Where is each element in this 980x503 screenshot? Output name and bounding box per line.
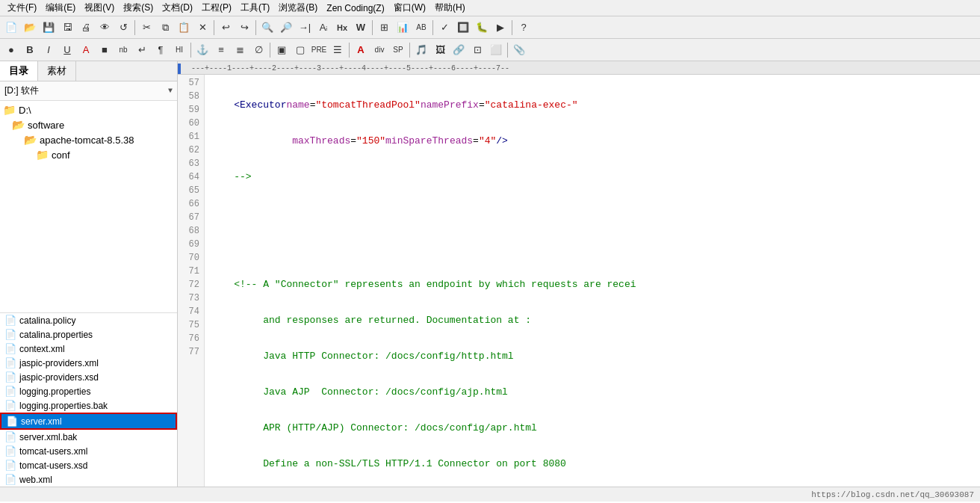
tb-validate[interactable]: 🔲: [454, 19, 472, 37]
tb-letter-a[interactable]: A: [352, 41, 370, 59]
tb-debug[interactable]: 🐛: [473, 19, 491, 37]
tb-frame2[interactable]: ▢: [291, 41, 309, 59]
file-server-bak[interactable]: 📄 server.xml.bak: [0, 430, 177, 444]
code-editor[interactable]: <Executor name="tomcatThreadPool" namePr…: [205, 75, 980, 487]
tb-table[interactable]: ⊞: [375, 19, 393, 37]
file-context-xml[interactable]: 📄 context.xml: [0, 342, 177, 356]
menu-edit[interactable]: 编辑(E): [41, 1, 80, 15]
file-web-xml[interactable]: 📄 web.xml: [0, 472, 177, 487]
menu-search[interactable]: 搜索(S): [119, 1, 158, 15]
tb-nb[interactable]: nb: [114, 41, 132, 59]
file-tomcat-users-xsd[interactable]: 📄 tomcat-users.xsd: [0, 458, 177, 472]
tb-anchor[interactable]: ⚓: [193, 41, 211, 59]
file-catalina-policy[interactable]: 📄 catalina.policy: [0, 313, 177, 327]
menu-help[interactable]: 帮助(H): [430, 1, 470, 15]
tb-new[interactable]: 📄: [2, 19, 20, 37]
menu-window[interactable]: 窗口(W): [389, 1, 430, 15]
tree-item-conf[interactable]: 📁 conf: [0, 147, 177, 162]
tb-findreplace[interactable]: 🔎: [277, 19, 295, 37]
tb-chart[interactable]: 📊: [394, 19, 412, 37]
tree-item-d[interactable]: 📁 D:\: [0, 102, 177, 117]
tb-italic[interactable]: I: [40, 41, 58, 59]
tb-list[interactable]: ☰: [329, 41, 347, 59]
tb-media[interactable]: 🎵: [412, 41, 430, 59]
tb-paste[interactable]: 📋: [175, 19, 193, 37]
tb-bold2[interactable]: W: [352, 19, 370, 37]
tb-bold[interactable]: B: [21, 41, 39, 59]
tree-item-software-label: software: [28, 120, 64, 131]
folder-icon: 📁: [3, 104, 16, 116]
file-logging-bak[interactable]: 📄 logging.properties.bak: [0, 398, 177, 413]
tb-frame[interactable]: ▣: [273, 41, 291, 59]
tb-extra[interactable]: 📎: [510, 41, 528, 59]
tb-cut[interactable]: ✂: [137, 19, 155, 37]
tb-save2[interactable]: 🖫: [58, 19, 76, 37]
tb-help[interactable]: ?: [515, 19, 533, 37]
tb-hi[interactable]: HI: [170, 41, 188, 59]
drive-selector[interactable]: [D:] 软件 ▼: [0, 81, 177, 101]
tb-find[interactable]: 🔍: [258, 19, 276, 37]
tree-item-tomcat-label: apache-tomcat-8.5.38: [40, 135, 134, 146]
tb-redo[interactable]: ↪: [235, 19, 253, 37]
code-container[interactable]: 5758596061 6263646566 6768697071 7273747…: [178, 75, 980, 487]
code-line-61: [211, 242, 974, 256]
sidebar-tab-directory[interactable]: 目录: [0, 61, 38, 81]
tb-align2[interactable]: ≣: [231, 41, 249, 59]
tb-undo[interactable]: ↩: [217, 19, 235, 37]
file-catalina-properties[interactable]: 📄 catalina.properties: [0, 327, 177, 342]
tb-image[interactable]: 🖼: [431, 41, 449, 59]
menu-view[interactable]: 视图(V): [80, 1, 119, 15]
menu-browser[interactable]: 浏览器(B): [274, 1, 322, 15]
tb-indent[interactable]: ↵: [133, 41, 151, 59]
tb-preview[interactable]: 👁: [96, 19, 114, 37]
menu-zencoding[interactable]: Zen Coding(Z): [322, 2, 388, 14]
sep4: [372, 20, 373, 35]
file-logging-properties[interactable]: 📄 logging.properties: [0, 384, 177, 398]
tb-sp[interactable]: SP: [389, 41, 407, 59]
tb-run[interactable]: ▶: [491, 19, 509, 37]
menu-file[interactable]: 文件(F): [3, 1, 41, 15]
file-jaspic-xml[interactable]: 📄 jaspic-providers.xml: [0, 356, 177, 370]
menu-project[interactable]: 工程(P): [197, 1, 236, 15]
tb-refresh[interactable]: ↺: [114, 19, 132, 37]
tb-script[interactable]: ∅: [249, 41, 267, 59]
tb-pre[interactable]: PRE: [310, 41, 328, 59]
file-jaspic-xsd[interactable]: 📄 jaspic-providers.xsd: [0, 370, 177, 384]
tb-goto[interactable]: →|: [296, 19, 314, 37]
file-server-xml[interactable]: 📄 server.xml: [0, 413, 177, 430]
file-tomcat-users-xml[interactable]: 📄 tomcat-users.xml: [0, 444, 177, 458]
tb-fontcolor[interactable]: A: [77, 41, 95, 59]
code-line-60: [211, 206, 974, 220]
tb-bgcolor[interactable]: ■: [96, 41, 114, 59]
sep11: [507, 43, 508, 58]
tb-table2[interactable]: ⊡: [468, 41, 486, 59]
sidebar-tab-materials[interactable]: 素材: [38, 61, 76, 81]
toolbar-format: ● B I U A ■ nb ↵ ¶ HI ⚓ ≡ ≣ ∅ ▣ ▢ PRE ☰ …: [0, 39, 980, 61]
tb-underline[interactable]: U: [58, 41, 76, 59]
tb-head[interactable]: Hx: [333, 19, 351, 37]
menu-tools[interactable]: 工具(T): [236, 1, 274, 15]
tree-item-tomcat[interactable]: 📂 apache-tomcat-8.5.38: [0, 132, 177, 147]
tb-open[interactable]: 📂: [21, 19, 39, 37]
tb-check[interactable]: ✓: [435, 19, 453, 37]
tb-para[interactable]: ¶: [152, 41, 170, 59]
tb-widget[interactable]: ⬜: [487, 41, 505, 59]
file-icon: 📄: [4, 315, 16, 326]
tb-format-bullet[interactable]: ●: [2, 41, 20, 59]
tb-spell[interactable]: Aᵢ: [314, 19, 332, 37]
tb-save[interactable]: 💾: [40, 19, 58, 37]
tb-div[interactable]: div: [370, 41, 388, 59]
main-layout: 目录 素材 [D:] 软件 ▼ 📁 D:\ 📂 software 📂 apach…: [0, 61, 980, 487]
file-tree: 📁 D:\ 📂 software 📂 apache-tomcat-8.5.38 …: [0, 101, 177, 312]
tb-copy[interactable]: ⧉: [156, 19, 174, 37]
menu-doc[interactable]: 文档(D): [158, 1, 197, 15]
file-icon: 📄: [4, 460, 16, 471]
tb-align[interactable]: ≡: [212, 41, 230, 59]
tree-item-software[interactable]: 📂 software: [0, 117, 177, 132]
tb-link[interactable]: 🔗: [450, 41, 468, 59]
tb-form[interactable]: AB: [412, 19, 430, 37]
sep2: [214, 20, 214, 35]
tb-print[interactable]: 🖨: [77, 19, 95, 37]
tb-delete[interactable]: ✕: [193, 19, 211, 37]
sep7: [190, 43, 191, 58]
